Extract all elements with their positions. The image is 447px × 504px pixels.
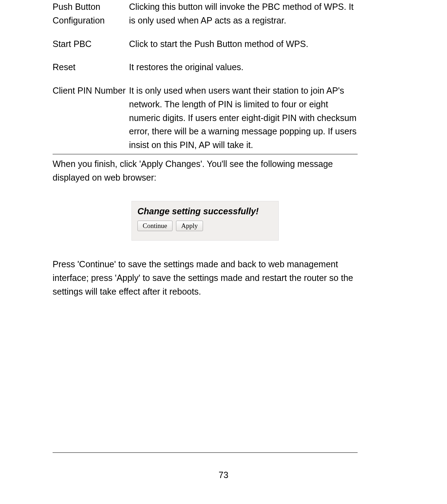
- term-cell: Reset: [53, 60, 129, 84]
- dialog-container: Change setting successfully! Continue Ap…: [53, 201, 358, 241]
- paragraph-after-dialog: Press 'Continue' to save the settings ma…: [53, 257, 358, 298]
- apply-button[interactable]: Apply: [176, 221, 203, 231]
- document-page: Push Button Configuration Clicking this …: [0, 0, 447, 504]
- desc-cell: Click to start the Push Button method of…: [129, 37, 358, 61]
- table-row: Reset It restores the original values.: [53, 60, 358, 84]
- table-bottom-rule: [53, 154, 358, 154]
- content-area: Push Button Configuration Clicking this …: [53, 0, 358, 298]
- dialog-title: Change setting successfully!: [137, 206, 273, 216]
- footer-rule: [53, 452, 358, 453]
- table-row: Push Button Configuration Clicking this …: [53, 0, 358, 37]
- continue-button[interactable]: Continue: [137, 221, 172, 231]
- page-number: 73: [0, 470, 447, 480]
- term-cell: Start PBC: [53, 37, 129, 61]
- table-row: Start PBC Click to start the Push Button…: [53, 37, 358, 61]
- paragraph-after-table: When you finish, click 'Apply Changes'. …: [53, 157, 358, 184]
- success-dialog: Change setting successfully! Continue Ap…: [131, 201, 279, 241]
- dialog-button-row: Continue Apply: [137, 221, 273, 231]
- desc-cell: Clicking this button will invoke the PBC…: [129, 0, 358, 37]
- desc-cell: It restores the original values.: [129, 60, 358, 84]
- table-row: Client PIN Number It is only used when u…: [53, 84, 358, 154]
- definitions-table: Push Button Configuration Clicking this …: [53, 0, 358, 154]
- desc-cell: It is only used when users want their st…: [129, 84, 358, 154]
- term-cell: Push Button Configuration: [53, 0, 129, 37]
- term-cell: Client PIN Number: [53, 84, 129, 154]
